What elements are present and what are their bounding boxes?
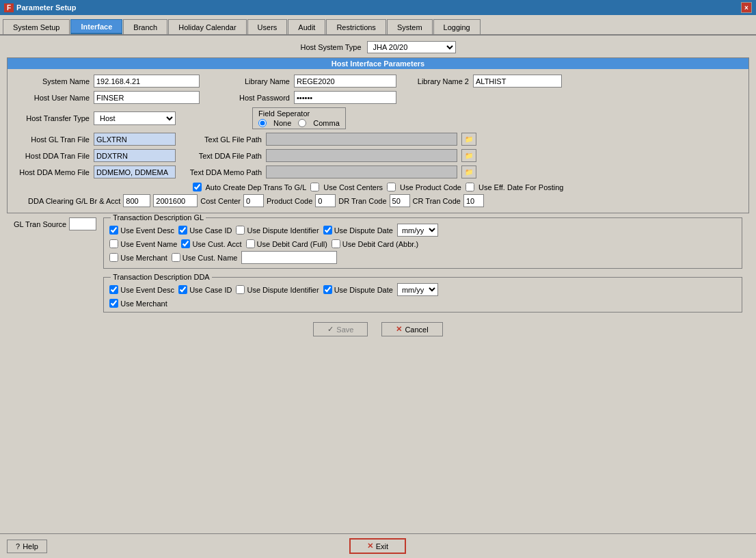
- transaction-groups: Transaction Description GL Use Event Des…: [103, 217, 742, 317]
- help-button[interactable]: ? Help: [7, 540, 47, 553]
- dda-br-input[interactable]: [123, 194, 150, 207]
- cr-tran-code-label: CR Tran Code: [413, 197, 461, 205]
- panel-title: Host Interface Parameters: [8, 58, 748, 69]
- use-product-code-checkbox[interactable]: [387, 183, 396, 191]
- use-event-desc-dda-item: Use Event Desc: [109, 285, 174, 294]
- text-dda-file-path-label: Text DDA File Path: [187, 152, 262, 160]
- checkboxes-row: Auto Create Dep Trans To G/L Use Cost Ce…: [14, 183, 742, 191]
- dispute-date-dda-select[interactable]: mm/yy: [397, 283, 438, 296]
- use-case-id-dda-checkbox[interactable]: [178, 285, 187, 294]
- use-debit-card-full-gl-label: Use Debit Card (Full): [257, 240, 327, 248]
- host-transfer-type-select[interactable]: Host File: [94, 111, 176, 125]
- use-dispute-date-dda-checkbox[interactable]: [323, 285, 332, 294]
- text-dda-file-path-input[interactable]: [266, 149, 457, 162]
- use-event-name-gl-checkbox[interactable]: [109, 239, 118, 248]
- exit-button[interactable]: ✕ Exit: [349, 538, 406, 554]
- use-event-desc-gl-checkbox[interactable]: [109, 226, 118, 235]
- save-button[interactable]: ✓ Save: [313, 322, 368, 336]
- host-password-input[interactable]: [294, 91, 396, 104]
- trans-desc-gl-title: Transaction Description GL: [111, 213, 206, 222]
- tab-users[interactable]: Users: [247, 19, 288, 34]
- dr-tran-code-input[interactable]: [390, 194, 410, 207]
- tab-holiday-calendar[interactable]: Holiday Calendar: [168, 19, 246, 34]
- system-name-input[interactable]: [94, 75, 200, 88]
- host-transfer-type-label: Host Transfer Type: [14, 114, 90, 122]
- gl-tran-area: GL Tran Source Transaction Description G…: [7, 217, 749, 317]
- use-debit-card-full-gl-checkbox[interactable]: [246, 239, 255, 248]
- use-dispute-identifier-gl-checkbox[interactable]: [236, 226, 245, 235]
- use-debit-card-abbr-gl-checkbox[interactable]: [332, 239, 340, 248]
- library-name-input[interactable]: [294, 75, 396, 88]
- tab-logging[interactable]: Logging: [433, 19, 481, 34]
- gl-file-path-browse-button[interactable]: 📁: [461, 133, 476, 146]
- use-debit-card-full-gl-item: Use Debit Card (Full): [246, 239, 327, 248]
- library-name2-input[interactable]: [473, 75, 562, 88]
- use-dispute-date-gl-item: Use Dispute Date: [323, 226, 393, 235]
- use-dispute-date-dda-item: Use Dispute Date: [323, 285, 393, 294]
- use-merchant-gl-checkbox[interactable]: [109, 253, 118, 262]
- cust-name-text-input[interactable]: [241, 251, 337, 264]
- host-gl-tran-file-row: Host GL Tran File Text GL File Path 📁: [14, 133, 742, 146]
- use-cost-centers-checkbox[interactable]: [310, 183, 319, 191]
- use-cust-acct-gl-checkbox[interactable]: [181, 239, 190, 248]
- host-user-name-input[interactable]: [94, 91, 200, 104]
- dda-clearing-row: DDA Clearing G/L Br & Acct Cost Center P…: [14, 194, 742, 207]
- use-dispute-identifier-gl-label: Use Dispute Identifier: [247, 226, 319, 235]
- auto-create-dep-trans-checkbox[interactable]: [193, 183, 202, 191]
- dda-clearing-label: DDA Clearing G/L Br & Acct: [28, 197, 120, 205]
- use-merchant-gl-item: Use Merchant: [109, 253, 167, 262]
- use-case-id-gl-checkbox[interactable]: [178, 226, 187, 235]
- radio-comma[interactable]: [298, 119, 306, 127]
- trans-gl-row3: Use Merchant Use Cust. Name: [109, 251, 736, 264]
- use-cost-centers-label: Use Cost Centers: [323, 183, 383, 191]
- dda-file-path-browse-button[interactable]: 📁: [461, 149, 476, 162]
- tab-bar: System Setup Interface Branch Holiday Ca…: [0, 15, 756, 36]
- trans-gl-row1: Use Event Desc Use Case ID Use Dispute I…: [109, 224, 736, 237]
- bottom-buttons: ✓ Save ✕ Cancel: [7, 317, 749, 342]
- use-merchant-gl-label: Use Merchant: [120, 254, 167, 262]
- gl-tran-source-group: GL Tran Source: [14, 217, 96, 230]
- use-event-desc-dda-checkbox[interactable]: [109, 285, 118, 294]
- tab-system-setup[interactable]: System Setup: [3, 19, 70, 34]
- text-dda-memo-path-input[interactable]: [266, 165, 457, 178]
- tab-branch[interactable]: Branch: [123, 19, 167, 34]
- host-transfer-type-row: Host Transfer Type Host File Field Seper…: [14, 107, 742, 129]
- close-button[interactable]: ×: [741, 2, 752, 13]
- text-gl-file-path-input[interactable]: [266, 133, 457, 146]
- library-name-label: Library Name: [228, 77, 290, 85]
- use-eff-date-checkbox[interactable]: [465, 183, 474, 191]
- host-gl-tran-file-input[interactable]: [94, 133, 176, 146]
- gl-tran-source-label: GL Tran Source: [14, 220, 66, 228]
- tab-interface[interactable]: Interface: [70, 19, 122, 34]
- use-dispute-date-gl-checkbox[interactable]: [323, 226, 332, 235]
- use-merchant-dda-checkbox[interactable]: [109, 299, 118, 308]
- use-case-id-dda-item: Use Case ID: [178, 285, 232, 294]
- system-name-row: System Name Library Name Library Name 2: [14, 75, 742, 88]
- use-dispute-identifier-dda-item: Use Dispute Identifier: [236, 285, 319, 294]
- text-dda-memo-path-label: Text DDA Memo Path: [187, 168, 262, 176]
- panel-body: System Name Library Name Library Name 2 …: [8, 69, 748, 213]
- dispute-date-gl-select[interactable]: mm/yy: [397, 224, 438, 237]
- tab-audit[interactable]: Audit: [288, 19, 325, 34]
- dda-memo-path-browse-button[interactable]: 📁: [461, 165, 476, 178]
- product-code-input[interactable]: [315, 194, 336, 207]
- use-dispute-identifier-dda-checkbox[interactable]: [236, 285, 245, 294]
- use-cust-name-gl-checkbox[interactable]: [172, 253, 180, 262]
- host-dda-memo-file-input[interactable]: [94, 165, 176, 178]
- radio-none[interactable]: [258, 119, 267, 127]
- cancel-button[interactable]: ✕ Cancel: [381, 322, 442, 336]
- cr-tran-code-input[interactable]: [463, 194, 484, 207]
- tab-system[interactable]: System: [387, 19, 433, 34]
- use-debit-card-abbr-gl-item: Use Debit Card (Abbr.): [332, 239, 418, 248]
- trans-dda-row1: Use Event Desc Use Case ID Use Dispute I…: [109, 283, 736, 296]
- host-system-type-select[interactable]: JHA 20/20 Other: [367, 41, 456, 53]
- trans-dda-row2: Use Merchant: [109, 299, 736, 308]
- gl-tran-source-input[interactable]: [69, 217, 96, 230]
- cost-center-input[interactable]: [243, 194, 264, 207]
- dda-acct-input[interactable]: [153, 194, 198, 207]
- exit-icon: ✕: [367, 542, 373, 550]
- host-system-type-row: Host System Type JHA 20/20 Other: [7, 41, 749, 53]
- host-dda-tran-file-input[interactable]: [94, 149, 176, 162]
- tab-restrictions[interactable]: Restrictions: [326, 19, 386, 34]
- use-eff-date-label: Use Eff. Date For Posting: [478, 183, 564, 191]
